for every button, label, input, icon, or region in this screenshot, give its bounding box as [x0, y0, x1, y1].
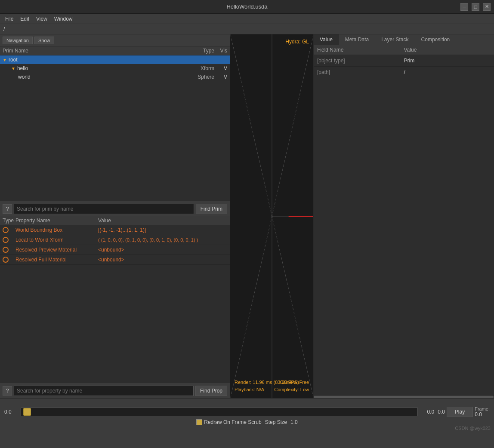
prop-col-type-header: Type — [3, 218, 15, 224]
window-controls: ─ □ ✕ — [460, 3, 491, 11]
prim-hello-vis: V — [214, 65, 227, 71]
circle-icon-3 — [3, 257, 9, 263]
window-title: HelloWorld.usda — [226, 3, 267, 10]
menu-file[interactable]: File — [2, 15, 17, 23]
prop-col-name-header: Property Name — [15, 218, 98, 224]
inspector-table: [object type] Prim [path] / — [314, 55, 494, 395]
prim-search-bar: ? Find Prim — [0, 201, 230, 216]
prim-world-name: world — [3, 74, 180, 80]
right-area: Hydra: GL Render: 11.96 ms (83.65 FPS) P… — [230, 34, 494, 398]
prim-world-type: Sphere — [180, 74, 214, 80]
tab-layerstack[interactable]: Layer Stack — [375, 34, 415, 45]
menubar: File Edit View Window — [0, 14, 494, 24]
tab-composition[interactable]: Composition — [415, 34, 457, 45]
inspector-panel: Value Meta Data Layer Stack Composition … — [313, 34, 494, 398]
timeline-slider[interactable] — [21, 408, 418, 416]
prop-search-input[interactable] — [14, 386, 194, 396]
inspector-table-header: Field Name Value — [314, 45, 494, 55]
prim-tree: Navigation Show Prim Name Type Vis ▼ roo… — [0, 34, 230, 216]
prim-search-input[interactable] — [14, 204, 194, 214]
tab-value[interactable]: Value — [314, 34, 339, 45]
prim-hello-type: Xform — [180, 65, 214, 71]
prop-row-local-xform[interactable]: Local to World Xform ( (1, 0, 0, 0), (0,… — [0, 235, 230, 245]
step-size-label: Step Size — [265, 419, 287, 425]
prim-col-type-header: Type — [180, 48, 214, 54]
timeline-thumb[interactable] — [23, 408, 31, 416]
options-row: Redraw On Frame Scrub Step Size 1.0 — [4, 419, 490, 425]
insp-row-path: [path] / — [314, 67, 494, 78]
prop-name-3: Resolved Full Material — [15, 257, 98, 263]
svg-line-1 — [272, 34, 314, 216]
circle-icon-0 — [3, 227, 9, 233]
frame-start-label: 0.0 — [4, 409, 17, 415]
main-layout: Navigation Show Prim Name Type Vis ▼ roo… — [0, 34, 494, 398]
insp-field-header: Field Name — [317, 47, 404, 53]
titlebar: HelloWorld.usda ─ □ ✕ — [0, 0, 494, 14]
prop-name-0: World Bounding Box — [15, 227, 98, 233]
prim-hello-arrow: ▼ — [11, 66, 15, 71]
navigation-button[interactable]: Navigation — [3, 37, 33, 44]
redraw-checkbox-container: Redraw On Frame Scrub — [196, 419, 261, 425]
find-prim-button[interactable]: Find Prim — [196, 204, 227, 214]
timeline-row: 0.0 0.0 0.0 Play Frame: 0.0 — [4, 406, 490, 417]
step-size-value: 1.0 — [290, 419, 298, 425]
prop-row-world-bounding-box[interactable]: World Bounding Box [(-1, -1, -1)...(1, 1… — [0, 225, 230, 235]
show-button[interactable]: Show — [34, 37, 54, 44]
prop-search-bar: ? Find Prop — [0, 383, 230, 398]
complexity-label: Complexity: Low — [274, 386, 309, 394]
prim-col-vis-header: Vis — [214, 48, 227, 54]
prim-row-hello[interactable]: ▼ hello Xform V — [0, 64, 230, 73]
frame-input-container: 0.0 — [438, 409, 445, 415]
prim-hello-name: ▼ hello — [3, 65, 180, 71]
prop-row-preview-material[interactable]: Resolved Preview Material <unbound> — [0, 245, 230, 255]
prop-value-3: <unbound> — [98, 257, 227, 263]
maximize-button[interactable]: □ — [472, 3, 479, 11]
menu-edit[interactable]: Edit — [17, 15, 33, 23]
breadcrumb-path: / — [3, 26, 5, 32]
svg-line-2 — [230, 216, 272, 398]
play-button[interactable]: Play — [447, 407, 473, 417]
inspector-scrollbar — [314, 395, 494, 398]
breadcrumb: / — [0, 24, 494, 34]
prop-type-icon-0 — [3, 227, 15, 233]
watermark: CSDN @wyk023 — [455, 426, 491, 431]
prop-value-0: [(-1, -1, -1)...(1, 1, 1)] — [98, 227, 227, 233]
prim-search-help-button[interactable]: ? — [3, 204, 12, 214]
frame-current-value: 0.0 — [438, 409, 445, 415]
insp-row-object-type: [object type] Prim — [314, 55, 494, 67]
prop-type-icon-1 — [3, 237, 15, 243]
svg-line-3 — [272, 216, 314, 398]
circle-icon-2 — [3, 247, 9, 253]
prim-col-name-header: Prim Name — [3, 48, 180, 54]
svg-line-0 — [230, 34, 272, 216]
prop-type-icon-2 — [3, 247, 15, 253]
prim-root-label: root — [9, 57, 18, 63]
menu-window[interactable]: Window — [51, 15, 76, 23]
prop-search-help-button[interactable]: ? — [3, 386, 12, 396]
playback-controls: 0.0 Play Frame: 0.0 — [438, 406, 490, 417]
viewport[interactable]: Hydra: GL Render: 11.96 ms (83.65 FPS) P… — [230, 34, 313, 398]
insp-value-path: / — [404, 69, 491, 75]
redraw-checkbox[interactable] — [196, 419, 202, 425]
prim-row-root[interactable]: ▼ root — [0, 55, 230, 64]
menu-view[interactable]: View — [33, 15, 51, 23]
prop-row-full-material[interactable]: Resolved Full Material <unbound> — [0, 255, 230, 265]
close-button[interactable]: ✕ — [483, 3, 491, 11]
minimize-button[interactable]: ─ — [460, 3, 468, 11]
prim-world-label: world — [18, 74, 31, 80]
props-header: Type Property Name Value — [0, 216, 230, 225]
tab-metadata[interactable]: Meta Data — [339, 34, 375, 45]
camera-label: Camera: Free — [274, 379, 309, 387]
prim-world-vis: V — [214, 74, 227, 80]
props-list: World Bounding Box [(-1, -1, -1)...(1, 1… — [0, 225, 230, 383]
prop-value-1: ( (1, 0, 0, 0), (0, 1, 0, 0), (0, 0, 1, … — [98, 237, 227, 242]
prim-list: ▼ root ▼ hello Xform V — [0, 55, 230, 201]
frame-end-label: 0.0 — [421, 409, 434, 415]
hydra-label: Hydra: GL — [285, 39, 309, 45]
insp-value-header: Value — [404, 47, 491, 53]
insp-value-object-type: Prim — [404, 58, 491, 64]
prim-row-world[interactable]: world Sphere V — [0, 73, 230, 81]
prim-hello-label: hello — [17, 65, 28, 71]
camera-info: Camera: Free Complexity: Low — [274, 379, 309, 394]
find-prop-button[interactable]: Find Prop — [195, 386, 227, 396]
